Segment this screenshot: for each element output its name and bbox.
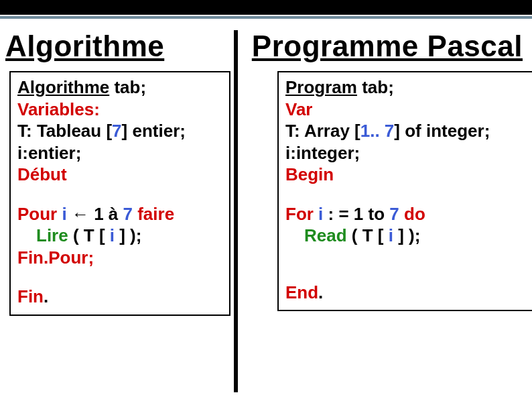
algo-l3c: ] entier; [122,121,186,141]
pascal-l6c: : = 1 to [323,204,389,224]
pascal-line-7: Read ( T [ i ] ); [285,225,532,247]
pascal-line-3: T: Array [1.. 7] of integer; [285,120,532,142]
algo-l6e: faire [133,204,174,224]
pascal-line-2: Var [285,99,532,121]
pascal-name: tab; [357,77,394,97]
algo-line-3: T: Tableau [7] entier; [17,120,222,142]
pascal-l6a: For [285,204,318,224]
pascal-keyword: Program [285,77,357,97]
pascal-l8b: . [318,282,323,302]
pascal-l3c: ] of integer; [394,121,490,141]
pascal-gap-2 [285,247,532,264]
algo-name: tab; [109,77,146,97]
algo-l9b: . [44,286,48,306]
pascal-l7d: ] ); [398,225,420,245]
algo-line-4: i:entier; [17,142,222,164]
algorithm-box: Algorithme tab; Variables: T: Tableau [7… [9,71,230,316]
pascal-line-8: End. [285,282,532,304]
pascal-line-1: Program tab; [285,76,532,99]
pascal-l7b: ( T [ [347,225,384,245]
pascal-l3a: T: Array [ [285,121,360,141]
pascal-l7c: i [383,225,398,245]
pascal-gap-1 [285,186,532,203]
algo-line-5: Début [17,164,222,186]
pascal-line-6: For i : = 1 to 7 do [285,203,532,225]
pascal-l6e: do [399,204,425,224]
algo-l7b: ( T [ [68,225,105,245]
pascal-line-5: Begin [285,164,532,186]
algo-l7c: i [105,225,120,245]
pascal-line-4: i:integer; [285,142,532,164]
algo-line-8: Fin.Pour; [17,247,222,269]
algo-l6c: ← 1 à [67,204,123,224]
slide-top-bar [0,0,532,15]
pascal-box: Program tab; Var T: Array [1.. 7] of int… [277,71,532,311]
left-column: Algorithme tab; Variables: T: Tableau [7… [9,71,230,316]
algo-line-1: Algorithme tab; [17,76,222,99]
pascal-gap-3 [285,264,532,282]
algo-l9a: Fin [17,286,44,306]
algo-l6a: Pour [17,204,62,224]
pascal-l8a: End [285,282,318,302]
algo-l7a: Lire [36,225,68,245]
heading-left: Algorithme [5,30,164,63]
pascal-l3b: 1.. 7 [360,121,395,141]
heading-right: Programme Pascal [252,30,523,63]
algo-l3b: 7 [112,121,121,141]
algo-l3a: T: Tableau [ [17,121,112,141]
algo-gap-1 [17,186,222,203]
right-column: Program tab; Var T: Array [1.. 7] of int… [277,71,532,316]
algo-gap-2 [17,268,222,286]
algo-line-6: Pour i ← 1 à 7 faire [17,203,222,225]
algo-l6d: 7 [123,204,133,224]
headings-row: Algorithme Programme Pascal [0,19,532,63]
algo-l6b: i [62,204,66,224]
algo-line-9: Fin. [17,286,222,308]
pascal-l6d: 7 [389,204,399,224]
algo-line-7: Lire ( T [ i ] ); [17,225,222,247]
algo-line-2: Variables: [17,99,222,121]
vertical-divider [234,30,238,392]
algo-keyword: Algorithme [17,77,109,97]
pascal-l7a: Read [304,225,347,245]
algo-l7d: ] ); [119,225,141,245]
columns: Algorithme tab; Variables: T: Tableau [7… [0,63,532,316]
